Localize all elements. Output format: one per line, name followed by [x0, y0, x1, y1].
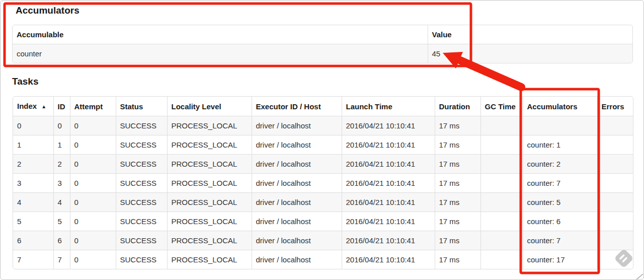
cell-duration: 17 ms — [435, 135, 480, 155]
cell-accumulators: counter: 6 — [523, 212, 597, 231]
accumulators-header-row: Accumulable Value — [13, 25, 632, 44]
cell-locality-level: PROCESS_LOCAL — [167, 135, 252, 155]
col-header-index[interactable]: Index▲ — [13, 97, 53, 116]
cell-duration: 17 ms — [435, 116, 480, 135]
cell-status: SUCCESS — [116, 135, 167, 155]
cell-errors — [597, 193, 633, 212]
accumulators-section-title: Accumulators — [16, 5, 79, 16]
cell-duration: 17 ms — [435, 174, 480, 193]
tasks-table: Index▲ ID Attempt Status Locality Level … — [13, 96, 633, 269]
col-header-locality-level[interactable]: Locality Level — [167, 97, 252, 116]
sort-ascending-icon: ▲ — [41, 104, 46, 109]
cell-locality-level: PROCESS_LOCAL — [167, 155, 252, 174]
cell-index: 0 — [13, 116, 53, 135]
cell-attempt: 0 — [70, 116, 116, 135]
cell-id: 6 — [53, 231, 70, 250]
col-header-duration[interactable]: Duration — [435, 97, 480, 116]
cell-index: 2 — [13, 155, 53, 174]
cell-attempt: 0 — [70, 193, 116, 212]
cell-id: 4 — [53, 193, 70, 212]
cell-duration: 17 ms — [435, 193, 480, 212]
cell-errors — [597, 231, 633, 250]
cell-index: 1 — [13, 135, 53, 155]
task-row: 2 2 0 SUCCESS PROCESS_LOCAL driver / loc… — [13, 155, 633, 174]
cell-accumulators: counter: 2 — [523, 155, 597, 174]
cell-accumulators: counter: 7 — [523, 231, 597, 250]
cell-id: 1 — [53, 135, 70, 155]
cell-id: 3 — [53, 174, 70, 193]
cell-index: 4 — [13, 193, 53, 212]
task-row: 6 6 0 SUCCESS PROCESS_LOCAL driver / loc… — [13, 231, 633, 250]
annotation-arrow-shaft — [460, 60, 521, 87]
cell-gc-time — [480, 116, 523, 135]
col-header-id[interactable]: ID — [53, 97, 70, 116]
cell-attempt: 0 — [70, 135, 116, 155]
col-header-accumulators[interactable]: Accumulators — [523, 97, 597, 116]
cell-id: 7 — [53, 250, 70, 269]
cell-duration: 17 ms — [435, 231, 480, 250]
cell-locality-level: PROCESS_LOCAL — [167, 212, 252, 231]
col-header-status[interactable]: Status — [116, 97, 167, 116]
cell-index: 7 — [13, 250, 53, 269]
cell-executor-id-host: driver / localhost — [252, 193, 342, 212]
cell-launch-time: 2016/04/21 10:10:41 — [342, 212, 435, 231]
cell-executor-id-host: driver / localhost — [252, 212, 342, 231]
cell-executor-id-host: driver / localhost — [252, 116, 342, 135]
cell-executor-id-host: driver / localhost — [252, 250, 342, 269]
cell-value: 45 — [428, 44, 632, 63]
cell-executor-id-host: driver / localhost — [252, 174, 342, 193]
col-header-accumulable[interactable]: Accumulable — [13, 25, 428, 44]
spark-ui-stage-page: Accumulators Accumulable Value counter 4… — [0, 0, 644, 280]
cell-gc-time — [480, 174, 523, 193]
cell-launch-time: 2016/04/21 10:10:41 — [342, 250, 435, 269]
cell-launch-time: 2016/04/21 10:10:41 — [342, 155, 435, 174]
cell-launch-time: 2016/04/21 10:10:41 — [342, 174, 435, 193]
cell-locality-level: PROCESS_LOCAL — [167, 250, 252, 269]
feedly-icon[interactable] — [613, 248, 634, 269]
task-row: 0 0 0 SUCCESS PROCESS_LOCAL driver / loc… — [13, 116, 633, 135]
cell-errors — [597, 116, 633, 135]
tasks-section-title: Tasks — [12, 76, 38, 87]
cell-accumulable: counter — [13, 44, 428, 63]
cell-gc-time — [480, 135, 523, 155]
cell-accumulators — [523, 116, 597, 135]
cell-executor-id-host: driver / localhost — [252, 135, 342, 155]
col-header-attempt[interactable]: Attempt — [70, 97, 116, 116]
cell-status: SUCCESS — [116, 231, 167, 250]
cell-locality-level: PROCESS_LOCAL — [167, 231, 252, 250]
cell-gc-time — [480, 193, 523, 212]
cell-status: SUCCESS — [116, 250, 167, 269]
cell-duration: 17 ms — [435, 155, 480, 174]
cell-id: 2 — [53, 155, 70, 174]
cell-attempt: 0 — [70, 231, 116, 250]
col-header-value[interactable]: Value — [428, 25, 632, 44]
cell-status: SUCCESS — [116, 116, 167, 135]
cell-status: SUCCESS — [116, 212, 167, 231]
cell-index: 3 — [13, 174, 53, 193]
cell-launch-time: 2016/04/21 10:10:41 — [342, 231, 435, 250]
cell-errors — [597, 155, 633, 174]
col-header-errors[interactable]: Errors — [597, 97, 633, 116]
cell-gc-time — [480, 231, 523, 250]
col-header-index-label: Index — [17, 102, 37, 110]
cell-index: 6 — [13, 231, 53, 250]
col-header-executor-id-host[interactable]: Executor ID / Host — [252, 97, 342, 116]
cell-accumulators: counter: 5 — [523, 193, 597, 212]
cell-accumulators: counter: 1 — [523, 135, 597, 155]
col-header-launch-time[interactable]: Launch Time — [342, 97, 435, 116]
task-row: 1 1 0 SUCCESS PROCESS_LOCAL driver / loc… — [13, 135, 633, 155]
col-header-gc-time[interactable]: GC Time — [480, 97, 523, 116]
cell-status: SUCCESS — [116, 193, 167, 212]
cell-index: 5 — [13, 212, 53, 231]
cell-duration: 17 ms — [435, 212, 480, 231]
cell-accumulators: counter: 7 — [523, 174, 597, 193]
cell-launch-time: 2016/04/21 10:10:41 — [342, 135, 435, 155]
cell-gc-time — [480, 155, 523, 174]
cell-status: SUCCESS — [116, 174, 167, 193]
cell-launch-time: 2016/04/21 10:10:41 — [342, 116, 435, 135]
cell-accumulators: counter: 17 — [523, 250, 597, 269]
cell-attempt: 0 — [70, 155, 116, 174]
cell-gc-time — [480, 212, 523, 231]
task-row: 7 7 0 SUCCESS PROCESS_LOCAL driver / loc… — [13, 250, 633, 269]
cell-errors — [597, 212, 633, 231]
